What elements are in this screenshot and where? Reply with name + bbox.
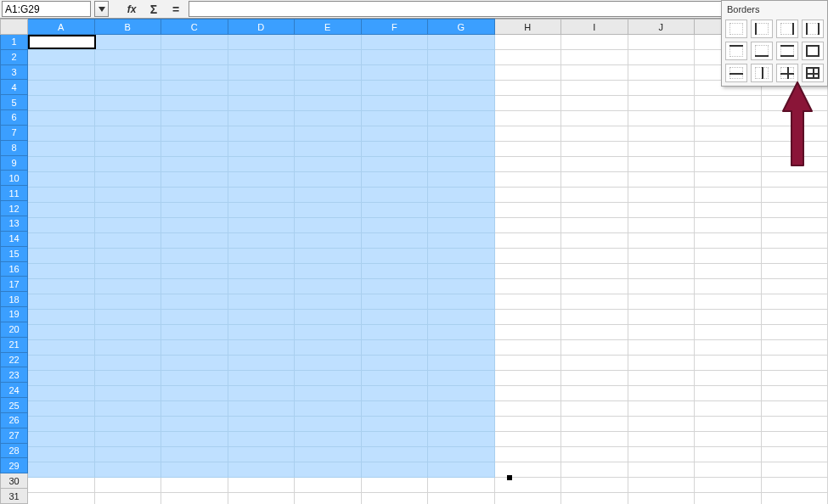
cell[interactable] xyxy=(762,386,829,401)
cell[interactable] xyxy=(762,111,829,126)
cell[interactable] xyxy=(695,203,762,218)
cell[interactable] xyxy=(561,157,628,172)
cell[interactable] xyxy=(95,35,162,50)
cell[interactable] xyxy=(762,432,829,447)
cell[interactable] xyxy=(628,96,696,111)
cell[interactable] xyxy=(228,356,296,371)
cell[interactable] xyxy=(495,478,562,493)
row-header[interactable]: 30 xyxy=(0,473,28,489)
cell[interactable] xyxy=(28,371,95,386)
cell[interactable] xyxy=(161,142,228,157)
cell[interactable] xyxy=(362,264,429,279)
cell[interactable] xyxy=(695,356,762,371)
cell[interactable] xyxy=(695,432,762,447)
cell[interactable] xyxy=(428,126,495,142)
cell[interactable] xyxy=(628,203,696,218)
cell[interactable] xyxy=(628,478,696,493)
cell[interactable] xyxy=(428,218,495,233)
row-header[interactable]: 25 xyxy=(0,398,28,413)
cell[interactable] xyxy=(228,50,296,65)
cell[interactable] xyxy=(695,264,762,279)
cell[interactable] xyxy=(628,35,696,50)
cell[interactable] xyxy=(295,96,362,111)
row-header[interactable]: 22 xyxy=(0,353,28,368)
name-box-dropdown-button[interactable] xyxy=(94,1,109,17)
border-option-bottom-border[interactable] xyxy=(751,42,773,60)
cell[interactable] xyxy=(295,126,362,142)
cell[interactable] xyxy=(428,81,495,96)
cell[interactable] xyxy=(228,35,296,50)
cell[interactable] xyxy=(95,126,162,142)
cell[interactable] xyxy=(495,65,562,81)
cell[interactable] xyxy=(28,65,95,81)
cell[interactable] xyxy=(95,203,162,218)
cell[interactable] xyxy=(362,325,429,340)
cell[interactable] xyxy=(762,371,829,386)
cell[interactable] xyxy=(428,35,495,50)
cell[interactable] xyxy=(295,264,362,279)
cell[interactable] xyxy=(428,203,495,218)
cell[interactable] xyxy=(295,65,362,81)
cell[interactable] xyxy=(362,35,429,50)
cell[interactable] xyxy=(495,157,562,172)
column-header[interactable]: D xyxy=(228,19,296,35)
cell[interactable] xyxy=(95,401,162,417)
cell[interactable] xyxy=(295,142,362,157)
cell[interactable] xyxy=(228,203,296,218)
cell[interactable] xyxy=(762,401,829,417)
cell[interactable] xyxy=(28,462,95,478)
cell[interactable] xyxy=(561,233,628,249)
cell[interactable] xyxy=(428,462,495,478)
cell[interactable] xyxy=(362,218,429,233)
cell[interactable] xyxy=(695,417,762,432)
cell[interactable] xyxy=(28,142,95,157)
row-header[interactable]: 24 xyxy=(0,383,28,398)
cell[interactable] xyxy=(28,249,95,264)
cell[interactable] xyxy=(161,386,228,401)
cell[interactable] xyxy=(362,233,429,249)
cell[interactable] xyxy=(695,493,762,504)
cell[interactable] xyxy=(495,233,562,249)
cell[interactable] xyxy=(695,310,762,325)
row-header[interactable]: 10 xyxy=(0,171,28,186)
cell[interactable] xyxy=(762,96,829,111)
cell[interactable] xyxy=(561,279,628,294)
cell[interactable] xyxy=(228,142,296,157)
cell[interactable] xyxy=(228,294,296,310)
cell[interactable] xyxy=(95,81,162,96)
cell[interactable] xyxy=(695,249,762,264)
cell[interactable] xyxy=(95,233,162,249)
column-header[interactable]: C xyxy=(161,19,228,35)
cell[interactable] xyxy=(762,142,829,157)
cell[interactable] xyxy=(762,157,829,172)
cell[interactable] xyxy=(628,249,696,264)
cell[interactable] xyxy=(428,417,495,432)
cell[interactable] xyxy=(161,65,228,81)
cell[interactable] xyxy=(228,264,296,279)
cell[interactable] xyxy=(695,126,762,142)
cell[interactable] xyxy=(295,188,362,203)
cell[interactable] xyxy=(695,447,762,462)
border-option-outer-border[interactable] xyxy=(802,42,824,60)
cell[interactable] xyxy=(95,478,162,493)
cell[interactable] xyxy=(428,142,495,157)
cell[interactable] xyxy=(762,340,829,356)
cell[interactable] xyxy=(161,310,228,325)
cell[interactable] xyxy=(95,157,162,172)
cell[interactable] xyxy=(561,126,628,142)
cell[interactable] xyxy=(161,417,228,432)
cell[interactable] xyxy=(695,142,762,157)
cell[interactable] xyxy=(362,432,429,447)
border-option-all-border[interactable] xyxy=(802,64,824,82)
cell[interactable] xyxy=(695,386,762,401)
cell[interactable] xyxy=(428,310,495,325)
border-option-inside-h-border[interactable] xyxy=(725,64,747,82)
cell[interactable] xyxy=(95,188,162,203)
column-header[interactable]: H xyxy=(495,19,562,35)
cell[interactable] xyxy=(228,111,296,126)
cell[interactable] xyxy=(428,50,495,65)
cell[interactable] xyxy=(228,233,296,249)
cell[interactable] xyxy=(228,386,296,401)
cell[interactable] xyxy=(695,111,762,126)
cell[interactable] xyxy=(561,172,628,188)
